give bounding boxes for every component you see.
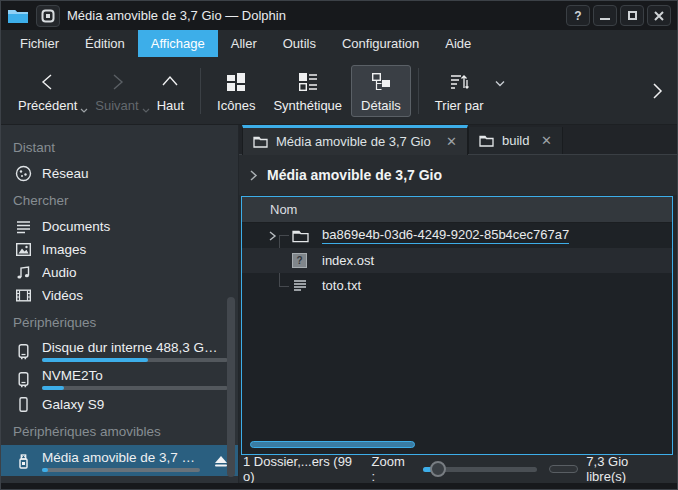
text-file-icon <box>292 278 308 293</box>
section-header-chercher: Chercher <box>1 184 238 214</box>
sidebar-item-nvme2to[interactable]: NVME2To <box>1 364 238 392</box>
expander-icon[interactable] <box>268 230 277 242</box>
sidebar-item-images[interactable]: Images <box>1 237 238 260</box>
menu-affichage[interactable]: Affichage <box>138 30 218 57</box>
file-name[interactable]: toto.txt <box>322 278 361 293</box>
sort-by-label: Trier par <box>435 98 484 113</box>
menu-edition[interactable]: Édition <box>72 30 138 57</box>
tab-label: Média amovible de 3,7 Gio <box>276 134 431 149</box>
file-row-folder[interactable]: ba869e4b-03d6-4249-9202-85b4cec767a7 <box>242 223 672 248</box>
forward-icon <box>106 71 128 93</box>
sidebar-item-label: NVME2To <box>42 368 228 383</box>
tab-media-amovible[interactable]: Média amovible de 3,7 Gio ✕ <box>242 125 468 155</box>
toolbar-separator <box>418 68 419 114</box>
window-device-icon[interactable] <box>36 5 60 27</box>
icons-view-icon <box>225 71 247 93</box>
menubar: Fichier Édition Affichage Aller Outils C… <box>1 30 677 57</box>
tabbar: Média amovible de 3,7 Gio ✕ build ✕ <box>239 125 677 155</box>
menu-aller[interactable]: Aller <box>218 30 270 57</box>
toolbar-separator <box>200 68 201 114</box>
sidebar-item-disque-dur-interne[interactable]: Disque dur interne 488,3 G… <box>1 336 238 364</box>
menu-outils[interactable]: Outils <box>270 30 329 57</box>
statusbar: 1 Dossier,...ers (99 o) Zoom : 7,3 Gio l… <box>239 455 677 483</box>
free-space-label: 7,3 Gio libre(s) <box>586 454 669 484</box>
smartphone-icon <box>15 396 32 413</box>
up-icon <box>159 71 181 93</box>
tab-close-icon[interactable]: ✕ <box>446 134 457 149</box>
horizontal-scrollbar[interactable] <box>250 441 415 448</box>
sidebar-item-reseau[interactable]: Réseau <box>1 161 238 184</box>
places-panel: Distant Réseau Chercher Documents <box>1 125 239 483</box>
tab-close-icon[interactable]: ✕ <box>541 133 552 148</box>
tab-label: build <box>502 133 529 148</box>
sort-icon <box>448 71 470 93</box>
file-view[interactable]: Nom ba869e4b-03d6-4249-9202-85b4cec767a7 <box>241 196 673 455</box>
column-header-nom[interactable]: Nom <box>242 197 672 223</box>
sidebar-item-audio[interactable]: Audio <box>1 260 238 283</box>
sort-menu-caret-icon[interactable] <box>494 80 506 87</box>
sidebar-item-label: Documents <box>42 219 228 234</box>
file-name[interactable]: index.ost <box>322 253 374 268</box>
disk-usage-bar <box>42 358 228 362</box>
sidebar-item-label: Vidéos <box>42 288 228 303</box>
folder-icon <box>253 135 268 148</box>
column-header-label: Nom <box>270 202 297 217</box>
menu-aide[interactable]: Aide <box>432 30 484 57</box>
back-icon <box>37 71 59 93</box>
toolbar-overflow-icon[interactable] <box>651 82 663 100</box>
minimize-icon <box>600 18 610 20</box>
sidebar-item-label: Média amovible de 3,7 … <box>42 450 200 465</box>
forward-button[interactable]: Suivant <box>86 66 147 116</box>
menu-configuration[interactable]: Configuration <box>329 30 432 57</box>
icons-view-label: Icônes <box>217 98 255 113</box>
section-header-distant: Distant <box>1 131 238 161</box>
details-view-icon <box>370 71 392 93</box>
sidebar-item-label: Réseau <box>42 166 228 181</box>
zoom-slider[interactable] <box>423 467 537 472</box>
folder-icon <box>292 229 309 243</box>
zoom-slider-handle[interactable] <box>430 461 446 477</box>
zoom-label: Zoom : <box>372 454 411 484</box>
disk-usage-bar <box>42 468 200 472</box>
details-view-label: Détails <box>361 98 401 113</box>
sidebar-item-galaxy-s9[interactable]: Galaxy S9 <box>1 392 238 415</box>
compact-view-button[interactable]: Synthétique <box>264 66 351 116</box>
up-label: Haut <box>157 98 184 113</box>
menu-fichier[interactable]: Fichier <box>7 30 72 57</box>
section-header-peripheriques: Périphériques <box>1 306 238 336</box>
sidebar-item-documents[interactable]: Documents <box>1 214 238 237</box>
help-button[interactable]: ? <box>566 5 590 26</box>
maximize-icon <box>628 11 637 20</box>
breadcrumb-location[interactable]: Média amovible de 3,7 Gio <box>267 167 442 183</box>
minimize-button[interactable] <box>593 5 617 26</box>
back-button[interactable]: Précédent <box>9 66 86 116</box>
file-row-toto-txt[interactable]: toto.txt <box>242 273 672 298</box>
sidebar-item-media-amovible[interactable]: Média amovible de 3,7 … <box>1 445 238 476</box>
file-name[interactable]: ba869e4b-03d6-4249-9202-85b4cec767a7 <box>322 227 569 244</box>
sort-by-button[interactable]: Trier par <box>426 66 493 116</box>
unknown-file-icon: ? <box>292 253 307 268</box>
maximize-button[interactable] <box>620 5 644 26</box>
document-icon <box>15 218 32 235</box>
forward-label: Suivant <box>95 98 138 113</box>
icons-view-button[interactable]: Icônes <box>208 66 264 116</box>
harddisk-icon <box>15 371 32 388</box>
breadcrumb-chevron-icon <box>249 169 258 182</box>
app-folder-icon <box>7 7 29 24</box>
sidebar-item-videos[interactable]: Vidéos <box>1 283 238 306</box>
file-row-index-ost[interactable]: ? index.ost <box>242 248 672 273</box>
sidebar-item-label: Galaxy S9 <box>42 397 228 412</box>
close-button[interactable] <box>647 5 671 26</box>
tab-build[interactable]: build ✕ <box>468 127 563 154</box>
sidebar-item-label: Images <box>42 242 228 257</box>
eject-icon[interactable] <box>214 455 228 467</box>
harddisk-icon <box>15 343 32 360</box>
url-navigator[interactable]: Média amovible de 3,7 Gio <box>239 155 677 195</box>
sidebar-scrollbar[interactable] <box>227 297 235 477</box>
details-view-button[interactable]: Détails <box>351 65 411 117</box>
free-space-bar <box>549 465 578 473</box>
close-icon <box>654 11 664 21</box>
up-button[interactable]: Haut <box>148 66 193 116</box>
image-icon <box>15 241 32 258</box>
titlebar[interactable]: Média amovible de 3,7 Gio — Dolphin ? <box>1 1 677 30</box>
